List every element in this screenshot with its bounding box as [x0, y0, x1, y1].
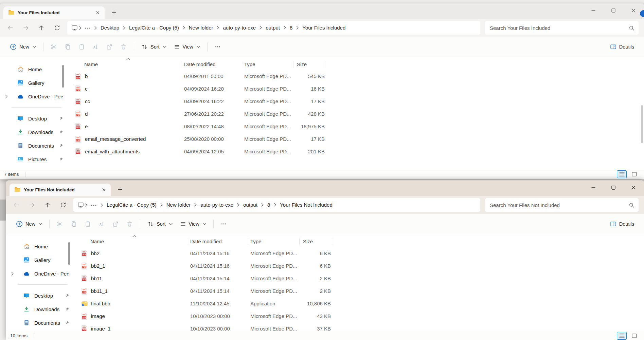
- copy-button[interactable]: [61, 40, 75, 53]
- share-button[interactable]: [109, 218, 123, 230]
- rename-button[interactable]: [89, 40, 103, 53]
- breadcrumb-item[interactable]: LegalCite a - Copy (5): [104, 202, 159, 208]
- new-button[interactable]: New: [6, 40, 40, 53]
- new-tab-button[interactable]: [114, 184, 126, 195]
- forward-button[interactable]: [19, 22, 33, 34]
- cut-button[interactable]: [53, 218, 67, 230]
- cut-button[interactable]: [47, 40, 61, 53]
- column-header-date-modified[interactable]: Date modified: [182, 59, 242, 70]
- breadcrumb-item[interactable]: 8: [265, 202, 272, 208]
- sidebar-item-gallery[interactable]: Gallery: [0, 76, 68, 90]
- file-row[interactable]: PDFcc04/09/2024 16:22Microsoft Edge PD..…: [68, 95, 644, 108]
- this-pc-icon[interactable]: [77, 202, 84, 208]
- this-pc-icon[interactable]: [71, 25, 78, 31]
- column-header-type[interactable]: Type: [242, 59, 293, 70]
- delete-button[interactable]: [123, 218, 137, 230]
- rename-button[interactable]: [95, 218, 109, 230]
- breadcrumb-overflow-button[interactable]: ···: [89, 202, 99, 208]
- share-button[interactable]: [103, 40, 117, 53]
- column-header-size[interactable]: Size: [300, 236, 332, 247]
- close-button[interactable]: [623, 181, 643, 195]
- file-row[interactable]: PDFimage_110/10/2023 00:00Microsoft Edge…: [74, 322, 644, 331]
- details-pane-button[interactable]: Details: [606, 218, 638, 230]
- more-options-button[interactable]: [211, 40, 225, 53]
- file-row[interactable]: PDFemail_with_attachments04/09/2024 12:0…: [68, 145, 644, 158]
- refresh-button[interactable]: [50, 22, 64, 34]
- breadcrumb-item[interactable]: Your Files Included: [300, 25, 348, 31]
- delete-button[interactable]: [117, 40, 130, 53]
- sidebar-item-downloads[interactable]: Downloads: [6, 302, 74, 316]
- explorer-tab[interactable]: Your Files Not Included: [10, 184, 111, 196]
- copy-button[interactable]: [67, 218, 81, 230]
- sidebar-item-home[interactable]: Home: [6, 240, 74, 253]
- breadcrumb-item[interactable]: output: [263, 25, 282, 31]
- back-button[interactable]: [3, 22, 17, 34]
- chevron-right-icon[interactable]: [11, 272, 14, 276]
- column-header-size[interactable]: Size: [293, 59, 326, 70]
- chevron-right-icon[interactable]: [5, 95, 7, 98]
- up-button[interactable]: [41, 199, 54, 211]
- sidebar-scrollbar[interactable]: [68, 242, 70, 265]
- paste-button[interactable]: [75, 40, 89, 53]
- file-row[interactable]: PDFc04/09/2024 16:20Microsoft Edge PD...…: [68, 82, 644, 95]
- sidebar-item-home[interactable]: Home: [0, 62, 68, 76]
- details-view-toggle[interactable]: [617, 170, 627, 178]
- details-pane-button[interactable]: Details: [606, 40, 638, 53]
- large-icons-view-toggle[interactable]: [629, 170, 639, 178]
- refresh-button[interactable]: [56, 199, 70, 211]
- breadcrumb-item[interactable]: LegalCite a - Copy (5): [127, 25, 181, 31]
- file-row[interactable]: PDFimage10/10/2023 00:00Microsoft Edge P…: [74, 310, 644, 322]
- search-box[interactable]: Search Your Files Not Included: [485, 198, 639, 212]
- sidebar-item-documents[interactable]: Documents: [6, 316, 74, 329]
- file-row[interactable]: PDFbb1104/11/2024 15:14Microsoft Edge PD…: [74, 272, 644, 285]
- sidebar-item-documents[interactable]: Documents: [0, 139, 68, 152]
- list-scrollbar[interactable]: [641, 105, 643, 143]
- tab-close-icon[interactable]: [100, 186, 107, 194]
- file-row[interactable]: PDFbb2_104/11/2024 15:16Microsoft Edge P…: [74, 260, 644, 272]
- sidebar-item-downloads[interactable]: Downloads: [0, 125, 68, 139]
- column-header-date-modified[interactable]: Date modified: [188, 236, 248, 247]
- breadcrumb-item[interactable]: New folder: [186, 25, 216, 31]
- up-button[interactable]: [35, 22, 48, 34]
- minimize-button[interactable]: [583, 3, 603, 18]
- column-header-type[interactable]: Type: [248, 236, 300, 247]
- breadcrumb-item[interactable]: New folder: [164, 202, 193, 208]
- file-row[interactable]: PDFemail_message_converted25/08/2020 00:…: [68, 133, 644, 145]
- sidebar-item-desktop[interactable]: Desktop: [0, 112, 68, 125]
- view-button[interactable]: View: [170, 40, 204, 53]
- sidebar-item-pictures[interactable]: Pictures: [0, 152, 68, 166]
- tab-close-icon[interactable]: [94, 9, 101, 17]
- breadcrumb-item[interactable]: auto-py-to-exe: [198, 202, 236, 208]
- sidebar-item-gallery[interactable]: Gallery: [6, 253, 74, 267]
- column-header-name[interactable]: Name: [82, 236, 188, 247]
- back-button[interactable]: [10, 199, 23, 211]
- more-options-button[interactable]: [217, 218, 231, 230]
- new-tab-button[interactable]: [108, 6, 120, 18]
- breadcrumb-item[interactable]: auto-py-to-exe: [220, 25, 258, 31]
- breadcrumb-item[interactable]: 8: [287, 25, 295, 31]
- file-row[interactable]: PDFe08/02/2022 14:48Microsoft Edge PD...…: [68, 120, 644, 133]
- search-box[interactable]: Search Your Files Included: [485, 21, 639, 35]
- details-view-toggle[interactable]: [617, 332, 627, 340]
- sidebar-item-onedrive-perso[interactable]: OneDrive - Perso: [0, 90, 68, 103]
- breadcrumb-item[interactable]: Desktop: [98, 25, 122, 31]
- file-row[interactable]: PDFbb11_104/11/2024 15:14Microsoft Edge …: [74, 285, 644, 297]
- file-row[interactable]: PDFbb204/11/2024 15:16Microsoft Edge PD.…: [74, 247, 644, 260]
- explorer-tab[interactable]: Your Files Included: [3, 6, 105, 19]
- new-button[interactable]: New: [12, 218, 46, 230]
- sidebar-scrollbar[interactable]: [62, 65, 64, 88]
- sort-button[interactable]: Sort: [138, 40, 170, 53]
- sidebar-item-onedrive-perso[interactable]: OneDrive - Perso: [6, 267, 74, 280]
- maximize-button[interactable]: [603, 3, 623, 18]
- file-row[interactable]: PDFd27/06/2021 20:22Microsoft Edge PD...…: [68, 108, 644, 120]
- maximize-button[interactable]: [603, 181, 623, 195]
- forward-button[interactable]: [25, 199, 39, 211]
- sidebar-item-desktop[interactable]: Desktop: [6, 289, 74, 302]
- sort-button[interactable]: Sort: [144, 218, 176, 230]
- paste-button[interactable]: [81, 218, 95, 230]
- column-header-name[interactable]: Name: [75, 59, 182, 70]
- minimize-button[interactable]: [583, 181, 603, 195]
- large-icons-view-toggle[interactable]: [629, 332, 639, 340]
- file-row[interactable]: final bbb11/10/2024 12:45Application10,8…: [74, 297, 644, 310]
- file-row[interactable]: PDFb04/09/2011 00:00Microsoft Edge PD...…: [68, 70, 644, 82]
